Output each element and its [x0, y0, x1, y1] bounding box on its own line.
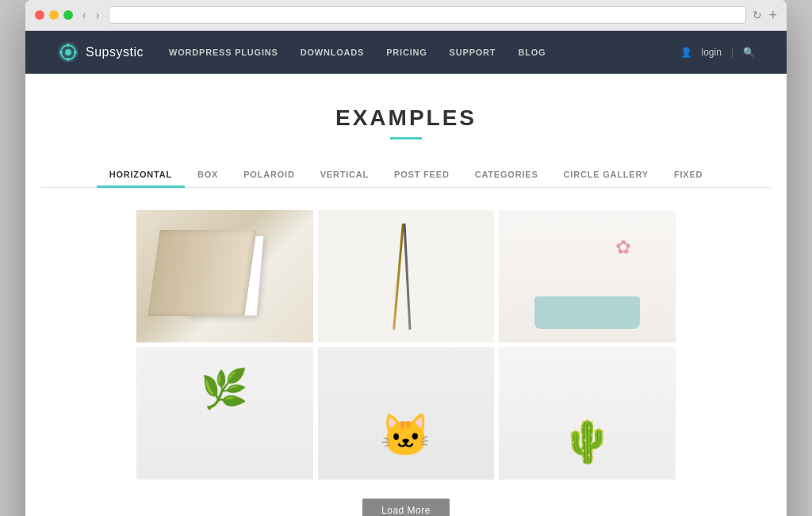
minimize-button[interactable]	[49, 10, 59, 20]
gallery-item-4[interactable]	[136, 347, 313, 480]
brand-link[interactable]: Supsystic	[57, 41, 144, 63]
nav-item-pricing[interactable]: PRICING	[386, 48, 427, 57]
tab-categories[interactable]: CATEGORIES	[462, 162, 551, 187]
tab-circle-gallery[interactable]: CIRCLE GALLERY	[551, 162, 661, 187]
traffic-lights	[35, 10, 73, 20]
maximize-button[interactable]	[63, 10, 73, 20]
gallery-item-3[interactable]	[499, 210, 676, 342]
load-more-button[interactable]: Load More	[362, 499, 450, 516]
close-button[interactable]	[35, 10, 44, 20]
gallery-grid	[136, 210, 676, 480]
tab-polaroid[interactable]: POLAROID	[231, 162, 307, 187]
brand-logo-icon	[57, 41, 79, 63]
svg-point-6	[74, 51, 77, 54]
navbar-nav: WORDPRESS PLUGINS DOWNLOADS PRICING SUPP…	[169, 48, 680, 57]
main-content: EXAMPLES HORIZONTAL BOX POLAROID VERTICA…	[25, 74, 787, 516]
svg-point-2	[65, 49, 71, 55]
tab-fixed[interactable]: FIXED	[661, 162, 715, 187]
reload-icon[interactable]: ↻	[753, 9, 762, 21]
site-content: Supsystic WORDPRESS PLUGINS DOWNLOADS PR…	[25, 31, 787, 516]
svg-point-4	[67, 58, 70, 61]
gallery-item-5[interactable]	[318, 347, 495, 480]
load-more-section: Load More	[41, 499, 771, 516]
nav-item-wordpress-plugins[interactable]: WORDPRESS PLUGINS	[169, 48, 278, 57]
tab-vertical[interactable]: VERTICAL	[308, 162, 381, 187]
browser-window: ‹ › ↻ + Supsystic WORDP	[25, 0, 787, 516]
nav-buttons: ‹ ›	[79, 7, 102, 23]
title-underline	[390, 137, 422, 140]
navbar-right: 👤 login | 🔍	[680, 47, 755, 58]
login-link[interactable]: login	[702, 47, 722, 58]
svg-point-5	[59, 51, 63, 54]
gallery-item-2[interactable]	[318, 210, 495, 342]
navbar: Supsystic WORDPRESS PLUGINS DOWNLOADS PR…	[25, 31, 787, 74]
gallery-item-6[interactable]	[499, 347, 676, 480]
nav-item-blog[interactable]: BLOG	[518, 48, 546, 57]
search-icon[interactable]: 🔍	[743, 47, 755, 58]
nav-item-support[interactable]: SUPPORT	[450, 48, 496, 57]
forward-button[interactable]: ›	[93, 7, 103, 23]
tab-box[interactable]: BOX	[185, 162, 231, 187]
svg-point-3	[67, 44, 70, 47]
user-icon: 👤	[680, 47, 692, 58]
tab-post-feed[interactable]: POST FEED	[381, 162, 462, 187]
address-bar[interactable]	[109, 6, 746, 24]
gallery-item-1[interactable]	[136, 210, 313, 342]
new-tab-button[interactable]: +	[768, 7, 777, 24]
tab-horizontal[interactable]: HORIZONTAL	[97, 162, 185, 187]
brand-name: Supsystic	[86, 45, 144, 59]
page-title: EXAMPLES	[41, 105, 771, 131]
browser-chrome: ‹ › ↻ +	[25, 0, 787, 31]
divider: |	[731, 47, 733, 58]
gallery-tabs: HORIZONTAL BOX POLAROID VERTICAL POST FE…	[41, 162, 771, 188]
nav-item-downloads[interactable]: DOWNLOADS	[301, 48, 365, 57]
back-button[interactable]: ‹	[79, 7, 90, 23]
